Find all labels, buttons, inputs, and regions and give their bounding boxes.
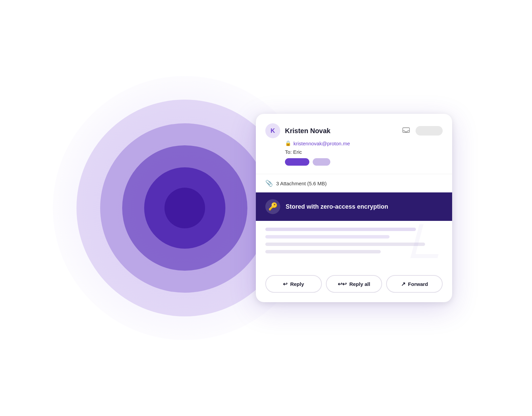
reply-all-icon: ↩↩ (338, 281, 347, 287)
avatar: K (265, 123, 280, 138)
skeleton-line-1 (265, 228, 416, 231)
content-area (256, 221, 452, 268)
email-address-row: 🔒 kristennovak@proton.me (285, 140, 443, 146)
to-row: To: Eric (285, 149, 443, 155)
tags-row (285, 158, 443, 166)
forward-icon: ↗ (401, 281, 405, 287)
paperclip-icon: 📎 (265, 180, 273, 187)
attachment-text: 3 Attachment (5.6 MB) (276, 181, 327, 186)
reply-all-button[interactable]: ↩↩ Reply all (326, 275, 382, 293)
encryption-text: Stored with zero-access encryption (286, 203, 388, 210)
reply-icon: ↩ (283, 281, 287, 287)
email-address: kristennovak@proton.me (293, 141, 350, 146)
key-icon: 🔑 (265, 199, 280, 214)
email-card: K Kristen Novak 🔒 (256, 114, 452, 302)
header-actions (400, 125, 443, 137)
tag-light (313, 158, 330, 166)
lock-icon: 🔒 (285, 140, 291, 146)
reply-all-label: Reply all (349, 281, 370, 287)
sender-row: K Kristen Novak (265, 123, 443, 138)
attachment-row: 📎 3 Attachment (5.6 MB) (256, 174, 452, 192)
action-buttons-row: ↩ Reply ↩↩ Reply all ↗ Forward (256, 268, 452, 302)
watermark (415, 224, 442, 258)
skeleton-line-3 (265, 243, 425, 246)
encryption-banner: 🔑 Stored with zero-access encryption (256, 192, 452, 221)
tag-purple (285, 158, 309, 166)
header-pill (416, 126, 443, 136)
reply-button[interactable]: ↩ Reply (265, 275, 322, 293)
scene: K Kristen Novak 🔒 (80, 39, 452, 377)
forward-label: Forward (408, 281, 428, 287)
skeleton-line-2 (265, 235, 390, 238)
to-label: To: (285, 149, 292, 155)
email-header: K Kristen Novak 🔒 (256, 114, 452, 174)
to-recipient: Eric (293, 149, 302, 155)
circle-6 (164, 188, 205, 228)
reply-label: Reply (290, 281, 304, 287)
sender-left: K Kristen Novak (265, 123, 331, 138)
sender-name: Kristen Novak (285, 127, 331, 135)
forward-button[interactable]: ↗ Forward (386, 275, 443, 293)
skeleton-line-4 (265, 250, 381, 253)
inbox-icon[interactable] (400, 125, 412, 137)
